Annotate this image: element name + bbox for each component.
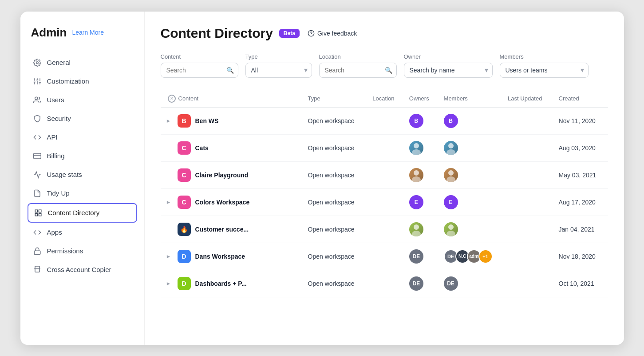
content-search-icon: 🔍 — [226, 67, 234, 74]
learn-more-link[interactable]: Learn More — [72, 29, 104, 36]
svg-rect-13 — [35, 210, 37, 212]
content-filter-label: Content — [161, 53, 238, 60]
sidebar-item-customization[interactable]: Customization — [28, 72, 137, 90]
sidebar-item-security[interactable]: Security — [28, 110, 137, 128]
workspace-name: Ben WS — [195, 117, 219, 124]
th-last-updated: Last Updated — [502, 90, 553, 108]
owner-cell: DE — [404, 270, 439, 297]
location-cell — [367, 188, 404, 216]
sidebar-item-label: Apps — [47, 228, 62, 236]
svg-point-0 — [36, 61, 38, 64]
type-cell: Open workspace — [303, 216, 367, 243]
content-cell: C Claire Playground — [161, 161, 303, 188]
workspace-icon: C — [178, 141, 191, 155]
members-avatar: E — [444, 195, 458, 209]
sidebar-item-label: API — [47, 133, 58, 141]
members-avatar-group: DE N.C adm +1 — [444, 249, 498, 264]
feedback-button[interactable]: Give feedback — [308, 30, 357, 37]
content-cell: 🔥 Customer succe... — [161, 216, 303, 243]
th-content: ✕ Content — [161, 90, 303, 108]
expand-button[interactable]: ► — [166, 199, 173, 205]
sidebar-item-tidy-up[interactable]: Tidy Up — [28, 184, 137, 202]
owner-avatar — [409, 222, 423, 236]
filter-location: Location 🔍 — [319, 53, 397, 78]
sliders-icon — [33, 77, 42, 86]
svg-point-10 — [35, 97, 37, 100]
svg-point-25 — [414, 170, 419, 176]
members-select[interactable]: Users or teams — [500, 63, 589, 78]
last-updated-cell — [502, 107, 553, 134]
th-location: Location — [367, 90, 404, 108]
expand-button[interactable]: ► — [166, 280, 173, 287]
shield-icon — [33, 114, 42, 123]
location-filter-label: Location — [319, 53, 397, 60]
sidebar-nav: General Customization Users Security — [28, 54, 137, 279]
svg-rect-14 — [39, 210, 41, 212]
api-icon — [33, 133, 42, 142]
owner-avatar: B — [409, 114, 423, 128]
workspace-name: Colors Workspace — [195, 199, 250, 206]
table-row: ► B Ben WS Open workspaceBBNov 11, 2020 — [161, 107, 608, 134]
sidebar-item-users[interactable]: Users — [28, 91, 137, 109]
workspace-name: Customer succe... — [195, 226, 249, 233]
owner-cell — [404, 216, 439, 243]
table-row: ► C Colors Workspace Open workspaceEEAug… — [161, 188, 608, 216]
svg-point-21 — [414, 143, 419, 148]
sidebar-header: Admin Learn More — [28, 26, 137, 40]
sidebar-item-cross-account-copier[interactable]: Cross Account Copier — [28, 261, 137, 279]
sidebar-item-permissions[interactable]: Permissions — [28, 242, 137, 260]
owner-avatar — [409, 168, 423, 182]
svg-point-29 — [414, 224, 419, 230]
svg-point-23 — [448, 143, 454, 148]
beta-badge: Beta — [279, 29, 300, 38]
page-header: Content Directory Beta Give feedback — [161, 26, 608, 41]
members-cell: B — [439, 107, 503, 134]
copy-icon — [33, 265, 42, 274]
expand-button[interactable]: ► — [166, 118, 173, 124]
members-cell — [439, 216, 503, 243]
owner-cell — [404, 134, 439, 161]
table-row: ► D Dans Workspace Open workspaceDE DE N… — [161, 243, 608, 270]
owner-cell: E — [404, 188, 439, 216]
sidebar-item-api[interactable]: API — [28, 128, 137, 146]
location-search-wrap: 🔍 — [319, 63, 397, 78]
sidebar-item-billing[interactable]: Billing — [28, 147, 137, 165]
workspace-icon: 🔥 — [178, 223, 191, 236]
content-cell: ► D Dashboards + P... — [161, 270, 303, 297]
members-avatar: DE — [444, 276, 458, 291]
members-avatar — [444, 168, 458, 182]
type-cell: Open workspace — [303, 270, 367, 297]
created-cell: Jan 04, 2021 — [553, 216, 608, 243]
svg-rect-16 — [35, 213, 37, 216]
last-updated-cell — [502, 243, 553, 270]
svg-point-22 — [412, 149, 421, 155]
owner-filter-label: Owner — [404, 53, 493, 60]
content-directory-icon — [34, 208, 43, 217]
sidebar-item-usage-stats[interactable]: Usage stats — [28, 166, 137, 184]
content-table: ✕ Content Type Location Owners Members L… — [161, 90, 608, 297]
expand-button[interactable]: ► — [166, 253, 173, 260]
table-row: ► D Dashboards + P... Open workspaceDEDE… — [161, 270, 608, 297]
location-cell — [367, 134, 404, 161]
last-updated-cell — [502, 188, 553, 216]
type-select[interactable]: All Workspace Folder Document — [245, 63, 312, 78]
location-search-icon: 🔍 — [385, 67, 392, 74]
table-row: C Cats Open workspace Aug 03, 2020 — [161, 134, 608, 161]
created-cell: May 03, 2021 — [553, 161, 608, 188]
owner-cell — [404, 161, 439, 188]
sidebar-item-label: Permissions — [47, 247, 83, 255]
feedback-label: Give feedback — [317, 30, 357, 37]
workspace-name: Cats — [195, 144, 209, 152]
owner-avatar: E — [409, 195, 423, 209]
sidebar-item-content-directory[interactable]: Content Directory — [28, 203, 137, 223]
sidebar-item-apps[interactable]: Apps — [28, 224, 137, 241]
owner-select[interactable]: Search by name — [404, 63, 493, 78]
code-icon — [33, 228, 42, 237]
owner-cell: DE — [404, 243, 439, 270]
created-cell: Aug 03, 2020 — [553, 134, 608, 161]
type-filter-label: Type — [245, 53, 312, 60]
workspace-icon: C — [178, 196, 191, 209]
app-container: Admin Learn More General Customization — [20, 12, 624, 345]
sidebar-item-general[interactable]: General — [28, 54, 137, 72]
members-cell: DE — [439, 270, 503, 297]
